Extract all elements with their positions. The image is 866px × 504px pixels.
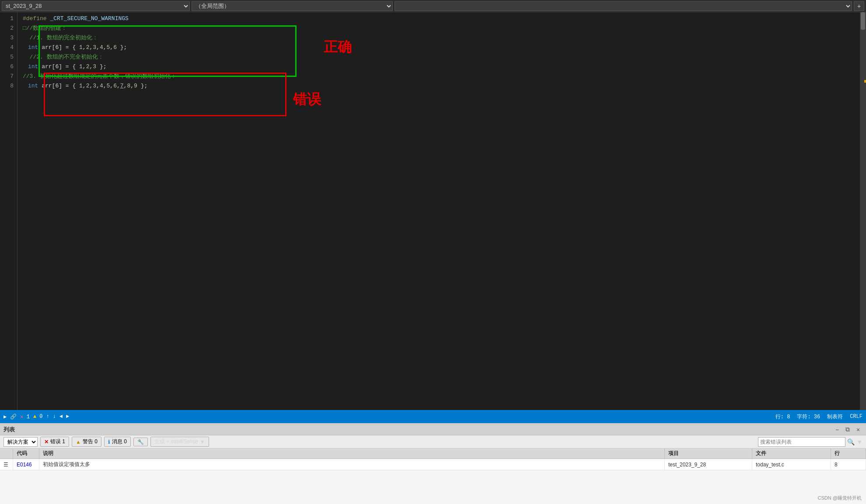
row-line-cell: 8 [831,459,866,470]
col-header-code: 代码 [13,448,39,459]
status-errors: ✕ 1 [20,414,30,420]
nav-up[interactable]: ↑ [46,414,49,420]
warnings-btn-label: 警告 0 [83,438,98,445]
scrollbar-marker [864,80,866,83]
filter-select[interactable]: 解决方案 [3,437,38,447]
code-text-6: arr[6] = { [38,62,79,72]
nav-right[interactable]: ► [66,414,69,420]
build-arrow: ▼ [200,439,205,445]
panel-float-button[interactable]: ⧉ [843,425,852,434]
vertical-scrollbar[interactable] [860,12,866,410]
col-header-icon [0,448,13,459]
errors-filter-button[interactable]: ✕ 错误 1 [40,437,69,447]
comment-2: □//数组的创建： [23,24,67,33]
errors-btn-label: 错误 1 [50,438,65,445]
code-line-5: //2. 数组的不完全初始化： [23,52,860,62]
code-line-1: #define _CRT_SECURE_NO_WARNINGS [23,14,860,24]
error-x-icon: ✕ [44,439,49,445]
code-text-4: arr[6] = { [38,43,79,52]
error-table: 代码 说明 项目 文件 行 ☰ E0146 初始值设定项值太多 test_202… [0,448,866,504]
search-dropdown-icon[interactable]: ▼ [856,438,863,445]
func-select[interactable] [395,1,852,11]
line-num-1: 1 [0,14,14,24]
error-label: 错误 [293,90,321,109]
build-icon: ▶ [3,414,7,420]
code-content[interactable]: 正确 错误 #define _CRT_SECURE_NO_WARNINGS □/… [17,12,860,410]
line-num-3: 3 [0,33,14,43]
status-right: 行: 8 字符: 36 制表符 CRLF [775,413,863,421]
panel-close-buttons: − ⧉ × [833,425,863,434]
warning-icon: ▲ [33,414,36,420]
line-num-4: 4 [0,43,14,52]
error-description: 初始值设定项值太多 [43,461,90,468]
status-git: 🔗 [10,414,17,420]
error-panel: 列表 − ⧉ × 解决方案 ✕ 错误 1 ▲ 警告 0 ℹ 消息 0 🔧 生成 … [0,423,866,504]
scrollbar-thumb[interactable] [861,12,865,30]
code-line-4: int arr[6] = { 1 , 2 , 3 , 4 , 5 , 6 }; [23,43,860,52]
row-icon-cell: ☰ [0,459,13,470]
panel-minimize-button[interactable]: − [833,425,842,434]
messages-btn-label: 消息 0 [112,438,127,445]
col-header-desc: 说明 [39,448,665,459]
build-dropdown[interactable]: 生成 + IntelliSense ▼ [150,437,209,447]
code-line-6: int arr[6] = { 1 , 2 , 3 }; [23,62,860,72]
error-file: today_test.c [756,462,784,468]
nums-4: 1 [79,43,83,52]
error-project: test_2023_9_28 [668,462,706,468]
table-row[interactable]: ☰ E0146 初始值设定项值太多 test_2023_9_28 today_t… [0,459,866,470]
comment-5: //2. 数组的不完全初始化： [23,52,104,62]
row-info: 行: 8 [775,413,790,421]
error-line: 8 [835,462,838,468]
col-info: 字符: 36 [797,413,820,421]
pin-button[interactable]: + [854,1,864,11]
status-warnings: ▲ 0 [33,414,43,420]
table-header: 代码 说明 项目 文件 行 [0,448,866,459]
nav-left[interactable]: ◄ [59,414,63,420]
top-toolbar: st_2023_9_28 （全局范围） + [0,0,866,12]
file-select[interactable]: st_2023_9_28 [2,1,190,11]
row-project-cell: test_2023_9_28 [665,459,752,470]
status-left: ▶ 🔗 ✕ 1 ▲ 0 ↑ ↓ ◄ ► [3,414,69,420]
watermark: CSDN @睡觉特开机 [818,495,862,501]
error-count: 1 [27,414,30,420]
col-header-line: 行 [831,448,866,459]
line-num-5: 5 [0,52,14,62]
scope-select[interactable]: （全局范围） [192,1,393,11]
line-ending-info: CRLF [850,414,863,420]
kw-int-6: int [28,62,38,72]
error-x-icon: ✕ [20,414,23,420]
preproc-define: #define [23,14,50,24]
code-line-8: int arr[6] = { 1 , 2 , 3 , 4 , 5 , 6 , 7… [23,81,860,91]
warning-triangle-icon: ▲ [76,439,81,445]
line-num-7: 7 [0,72,14,81]
comment-7: //3. 初始化超过数组规定的元素个数，错误的数组初始化： [23,72,176,81]
filter-icon: 🔧 [137,439,144,445]
line-num-6: 6 [0,62,14,72]
line-numbers: 1 2 3 4 5 6 7 8 [0,12,17,410]
num-7: 7 [120,81,124,91]
error-panel-header: 列表 − ⧉ × [0,424,866,435]
row-code-cell: E0146 [13,459,39,470]
line-num-2: 2 [0,24,14,33]
row-file-cell: today_test.c [752,459,831,470]
panel-close-button[interactable]: × [854,425,863,434]
editor-area: 1 2 3 4 5 6 7 8 正确 错误 #define _CRT_SECUR… [0,12,866,410]
build-label: 生成 + IntelliSense [154,438,198,445]
col-header-project: 项目 [665,448,752,459]
search-input[interactable] [758,437,845,447]
row-desc-cell: 初始值设定项值太多 [39,459,665,470]
line-num-8: 8 [0,81,14,91]
code-line-2: □//数组的创建： [23,24,860,33]
col-header-file: 文件 [752,448,831,459]
row-icon: ☰ [3,462,8,468]
warnings-filter-button[interactable]: ▲ 警告 0 [72,437,101,447]
code-text-8: arr[6] = { [38,81,79,91]
filter-icon-button[interactable]: 🔧 [133,438,148,446]
nav-down[interactable]: ↓ [53,414,56,420]
search-icon[interactable]: 🔍 [847,438,855,445]
search-box: 🔍 ▼ [758,437,863,447]
messages-filter-button[interactable]: ℹ 消息 0 [104,437,131,447]
kw-int-4: int [28,43,38,52]
error-panel-title: 列表 [3,426,15,434]
comment-3: //1. 数组的完全初始化： [23,33,98,43]
